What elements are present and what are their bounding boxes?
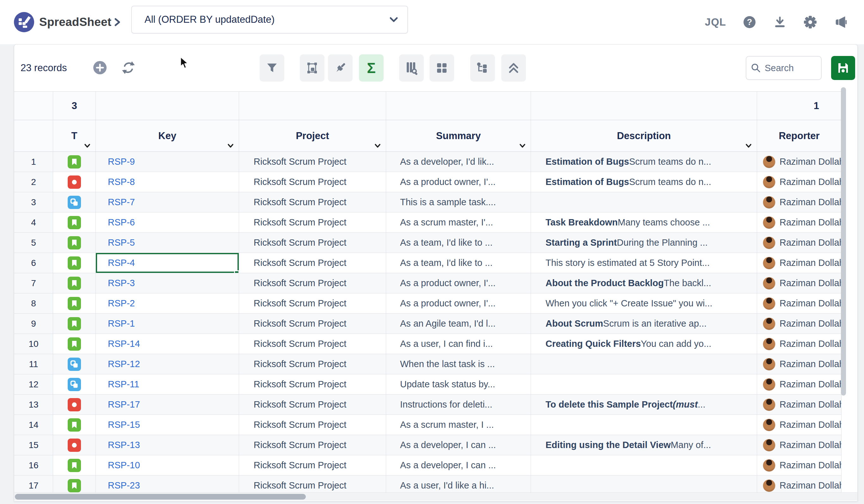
summary-cell[interactable]: As a product owner, I'... — [386, 172, 531, 192]
column-header-summary[interactable]: Summary — [386, 120, 531, 152]
refresh-button[interactable] — [121, 61, 135, 75]
reporter-cell[interactable]: Raziman Dollah — [757, 192, 842, 213]
summary-empty-cell[interactable] — [239, 92, 386, 120]
issue-key-cell[interactable]: RSP-15 — [96, 415, 239, 435]
issue-key-cell[interactable]: RSP-5 — [96, 233, 239, 253]
issue-type-cell[interactable] — [53, 233, 96, 253]
row-number-cell[interactable]: 9 — [14, 314, 53, 334]
summary-cell[interactable]: As a product owner, I'... — [386, 293, 531, 314]
issue-key-link[interactable]: RSP-10 — [108, 460, 140, 470]
issue-type-cell[interactable] — [53, 476, 96, 492]
row-number-cell[interactable]: 7 — [14, 273, 53, 293]
reporter-cell[interactable]: Raziman Dollah — [757, 455, 842, 476]
row-number-cell[interactable]: 6 — [14, 253, 53, 273]
summary-cell[interactable]: This is a sample task.... — [386, 192, 531, 213]
issue-key-link[interactable]: RSP-17 — [108, 399, 140, 410]
project-cell[interactable]: Ricksoft Scrum Project — [239, 273, 386, 293]
selection-fill-handle[interactable] — [234, 270, 239, 273]
issue-key-cell[interactable]: RSP-7 — [96, 192, 239, 213]
issue-key-cell[interactable]: RSP-11 — [96, 374, 239, 395]
row-number-cell[interactable]: 1 — [14, 152, 53, 172]
reporter-cell[interactable]: Raziman Dollah — [757, 172, 842, 192]
row-number-cell[interactable]: 8 — [14, 293, 53, 314]
reporter-cell[interactable]: Raziman Dollah — [757, 152, 842, 172]
description-cell[interactable] — [531, 354, 757, 374]
issue-key-link[interactable]: RSP-8 — [108, 177, 135, 187]
issue-key-cell[interactable]: RSP-1 — [96, 314, 239, 334]
save-button[interactable] — [831, 56, 855, 80]
paintbrush-button[interactable] — [328, 55, 352, 82]
summary-cell[interactable]: As an Agile team, I'd l... — [386, 314, 531, 334]
issue-type-cell[interactable] — [53, 172, 96, 192]
cell-format-button[interactable] — [300, 55, 324, 82]
reporter-cell[interactable]: Raziman Dollah — [757, 476, 842, 492]
filter-button[interactable] — [260, 55, 284, 82]
issue-key-link[interactable]: RSP-11 — [108, 379, 139, 389]
description-cell[interactable]: Creating Quick Filters You can add yo... — [531, 334, 757, 354]
row-number-cell[interactable]: 5 — [14, 233, 53, 253]
description-cell[interactable]: Estimation of Bugs Scrum teams do n... — [531, 172, 757, 192]
row-number-cell[interactable]: 16 — [14, 455, 53, 476]
vertical-scrollbar[interactable] — [841, 87, 846, 396]
issue-key-cell[interactable]: RSP-17 — [96, 395, 239, 415]
project-cell[interactable]: Ricksoft Scrum Project — [239, 354, 386, 374]
sort-chevron-icon[interactable] — [745, 143, 752, 149]
description-cell[interactable]: To delete this Sample Project (must ... — [531, 395, 757, 415]
reporter-cell[interactable]: Raziman Dollah — [757, 374, 842, 395]
issue-type-cell[interactable] — [53, 354, 96, 374]
summary-cell[interactable]: As a user, I can find i... — [386, 334, 531, 354]
issue-key-cell[interactable]: RSP-2 — [96, 293, 239, 314]
summary-cell[interactable]: As a developer, I can ... — [386, 455, 531, 476]
column-header-t[interactable]: T — [53, 120, 96, 152]
row-number-cell[interactable]: 13 — [14, 395, 53, 415]
project-cell[interactable]: Ricksoft Scrum Project — [239, 172, 386, 192]
project-cell[interactable]: Ricksoft Scrum Project — [239, 334, 386, 354]
settings-gear-button[interactable] — [803, 15, 817, 29]
sort-chevron-icon[interactable] — [374, 143, 381, 149]
issue-type-cell[interactable] — [53, 374, 96, 395]
issue-key-link[interactable]: RSP-1 — [108, 319, 135, 329]
issue-key-cell[interactable]: RSP-6 — [96, 213, 239, 233]
issue-type-cell[interactable] — [53, 213, 96, 233]
reporter-cell[interactable]: Raziman Dollah — [757, 435, 842, 455]
row-number-cell[interactable]: 3 — [14, 192, 53, 213]
issue-type-cell[interactable] — [53, 314, 96, 334]
download-button[interactable] — [773, 15, 787, 29]
project-cell[interactable]: Ricksoft Scrum Project — [239, 455, 386, 476]
sort-chevron-icon[interactable] — [84, 143, 91, 149]
description-cell[interactable]: Starting a Sprint During the Planning ..… — [531, 233, 757, 253]
issue-key-cell[interactable]: RSP-9 — [96, 152, 239, 172]
card-view-button[interactable] — [430, 55, 454, 82]
reporter-cell[interactable]: Raziman Dollah — [757, 415, 842, 435]
issue-type-cell[interactable] — [53, 334, 96, 354]
summary-type-count-cell[interactable]: 3 — [53, 92, 96, 120]
description-cell[interactable] — [531, 192, 757, 213]
description-cell[interactable] — [531, 455, 757, 476]
project-cell[interactable]: Ricksoft Scrum Project — [239, 415, 386, 435]
summary-cell[interactable]: As a developer, I'd lik... — [386, 152, 531, 172]
project-cell[interactable]: Ricksoft Scrum Project — [239, 314, 386, 334]
issue-key-link[interactable]: RSP-7 — [108, 197, 135, 207]
issue-key-cell[interactable]: RSP-3 — [96, 273, 239, 293]
summary-cell[interactable]: When the last task is ... — [386, 354, 531, 374]
project-cell[interactable]: Ricksoft Scrum Project — [239, 374, 386, 395]
issue-key-link[interactable]: RSP-9 — [108, 156, 135, 167]
issue-type-cell[interactable] — [53, 395, 96, 415]
saved-filter-dropdown[interactable]: All (ORDER BY updatedDate) — [131, 6, 408, 34]
reporter-cell[interactable]: Raziman Dollah — [757, 273, 842, 293]
summary-cell[interactable]: Instructions for deleti... — [386, 395, 531, 415]
summary-empty-cell[interactable] — [14, 92, 53, 120]
project-cell[interactable]: Ricksoft Scrum Project — [239, 213, 386, 233]
project-cell[interactable]: Ricksoft Scrum Project — [239, 293, 386, 314]
summary-cell[interactable]: As a developer, I can ... — [386, 435, 531, 455]
reporter-cell[interactable]: Raziman Dollah — [757, 354, 842, 374]
column-header-key[interactable]: Key — [96, 120, 239, 152]
reporter-cell[interactable]: Raziman Dollah — [757, 213, 842, 233]
sum-sigma-button[interactable]: Σ — [359, 55, 384, 82]
issue-key-link[interactable]: RSP-3 — [108, 278, 135, 288]
issue-key-cell[interactable]: RSP-10 — [96, 455, 239, 476]
description-cell[interactable] — [531, 476, 757, 492]
description-cell[interactable]: Estimation of Bugs Scrum teams do n... — [531, 152, 757, 172]
project-cell[interactable]: Ricksoft Scrum Project — [239, 152, 386, 172]
issue-type-cell[interactable] — [53, 152, 96, 172]
